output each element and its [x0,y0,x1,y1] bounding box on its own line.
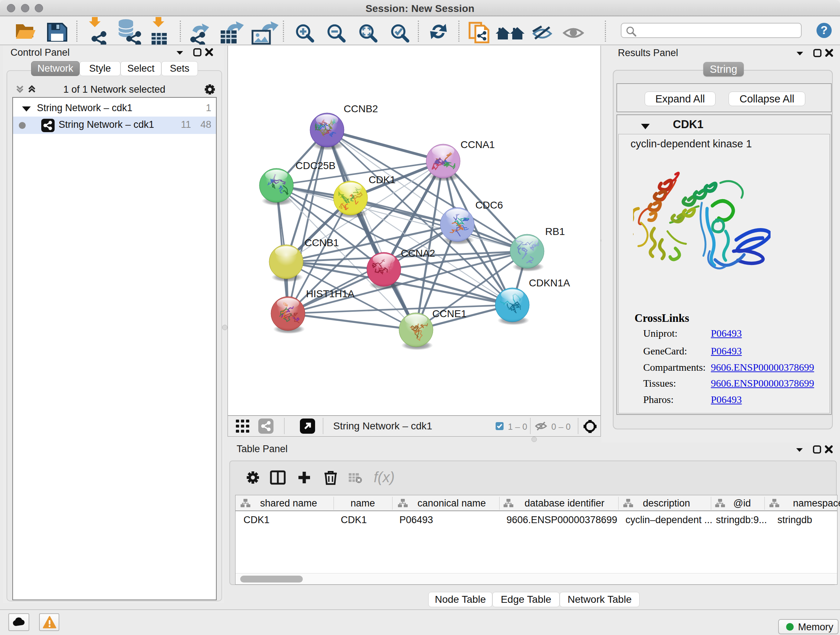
svg-text:CCNB1: CCNB1 [305,237,339,249]
svg-text:CCNA2: CCNA2 [401,248,435,259]
svg-text:?: ? [821,24,828,36]
svg-text:CDK1: CDK1 [369,174,396,185]
svg-text:CCNB2: CCNB2 [344,103,378,114]
svg-text:f(x): f(x) [374,470,395,485]
svg-text:CCNE1: CCNE1 [432,308,467,319]
svg-text:CDKN1A: CDKN1A [529,277,570,288]
svg-text:HIST1H1A: HIST1H1A [306,288,355,299]
svg-text:RB1: RB1 [545,226,565,237]
svg-text:CDC25B: CDC25B [295,160,335,171]
svg-text:CDC6: CDC6 [475,200,503,211]
svg-text:CCNA1: CCNA1 [461,139,495,150]
